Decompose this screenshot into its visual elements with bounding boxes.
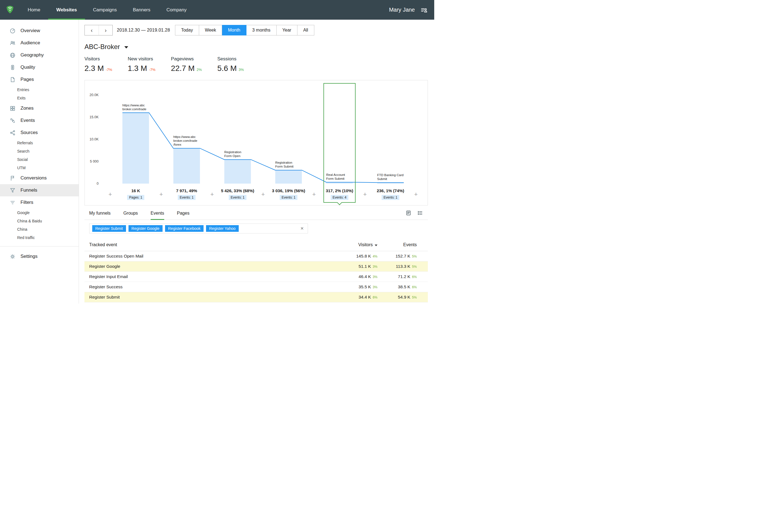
share-icon [10,130,16,136]
sidebar-item-label: Conversions [21,175,47,181]
user-name[interactable]: Mary Jane [389,7,415,13]
metric-label: New visitors [128,56,155,62]
prev-period-button[interactable]: ‹ [85,25,98,35]
funnel-step-badge[interactable]: Events: 1 [381,195,399,200]
metric-pageviews: Pageviews 22.7 M2% [171,56,202,73]
sidebar-item-zones[interactable]: Zones [0,102,79,114]
grid-icon [10,105,16,111]
event-filter-bar[interactable]: Register Submit Register Google Register… [89,223,308,233]
event-name: Register Success [85,284,327,289]
metric-value: 22.7 M [171,64,195,73]
sidebar-item-utm[interactable]: UTM [0,164,79,172]
sidebar-item-sources[interactable]: Sources [0,127,79,139]
tab-pages[interactable]: Pages [177,207,189,220]
funnel-step-badge[interactable]: Events: 1 [280,195,297,200]
list-view-icon[interactable] [417,210,423,217]
funnel-chart-card: 20.0K 15.0K 10.0K 5 000 0 https://www.ab… [85,80,428,206]
add-funnel-step-button[interactable]: + [311,191,317,198]
add-funnel-step-button[interactable]: + [158,191,164,198]
filter-chip[interactable]: Register Submit [92,225,126,232]
add-funnel-step-button[interactable]: + [260,191,266,198]
table-row[interactable]: Register Submit 34.4 K6% 54.9 K5% [85,292,428,302]
funnel-step-value: 5 426, 33% (68%) [212,188,263,193]
nav-item-company[interactable]: Company [158,0,195,20]
report-icon[interactable] [406,210,411,217]
funnel-step-badge[interactable]: Events: 1 [229,195,247,200]
y-axis-tick: 0 [85,182,98,186]
nav-item-campaigns[interactable]: Campaigns [85,0,125,20]
metric-delta: -7% [106,68,112,72]
y-axis-tick: 20.0K [85,93,98,97]
y-axis-tick: 5 000 [85,159,98,163]
sidebar-item-audience[interactable]: Audience [0,37,79,49]
sidebar-item-funnels[interactable]: Funnels [0,184,79,196]
flag-icon [10,175,16,181]
col-visitors[interactable]: Visitors [327,242,378,247]
sidebar-item-label: Audience [21,40,40,46]
sidebar-item-geography[interactable]: Geography [0,49,79,61]
range-buttons: Today Week Month 3 months Year All [175,25,314,35]
sidebar-item-google[interactable]: Google [0,208,79,217]
y-axis-tick: 10.0K [85,137,98,141]
account-menu-icon[interactable] [420,7,427,13]
funnel-step-value: 236, 1% (74%) [365,188,416,193]
add-funnel-step-button[interactable]: + [107,191,113,198]
range-all-button[interactable]: All [297,25,314,35]
sidebar-item-china[interactable]: China [0,225,79,233]
sidebar-item-settings[interactable]: Settings [0,250,79,263]
clear-filters-icon[interactable]: ✕ [299,226,305,231]
sidebar-item-entries[interactable]: Entries [0,86,79,94]
gauge-icon [10,28,16,34]
sidebar-item-referrals[interactable]: Referrals [0,139,79,147]
sidebar-item-label: Overview [21,28,40,33]
filter-chip[interactable]: Register Facebook [165,225,204,232]
filter-chip[interactable]: Register Yahoo [206,225,238,232]
funnel-step-summary: 236, 1% (74%) Events: 1 [365,188,416,200]
metric-value: 2.3 M [85,64,104,73]
add-funnel-step-button[interactable]: + [413,191,419,198]
add-funnel-step-button[interactable]: + [209,191,215,198]
sidebar-item-china-baidu[interactable]: China & Baidu [0,217,79,225]
table-row[interactable]: Register Success Open Mail 145.8 K4% 152… [85,251,428,262]
sidebar-item-events[interactable]: Events [0,114,79,127]
range-week-button[interactable]: Week [199,25,222,35]
sidebar-item-search[interactable]: Search [0,147,79,155]
sidebar-item-exits[interactable]: Exits [0,94,79,102]
funnel-step-badge[interactable]: Pages: 1 [127,195,144,200]
tab-groups[interactable]: Groups [123,207,138,220]
col-events[interactable]: Events [378,242,417,247]
sidebar-item-label: Quality [21,65,35,70]
next-period-button[interactable]: › [98,25,112,35]
add-funnel-step-button[interactable]: + [362,191,368,198]
table-row[interactable]: Register Success 35.5 K3% 38.5 K6% [85,282,428,292]
tab-my-funnels[interactable]: My funnels [89,207,110,220]
sidebar-item-quality[interactable]: Quality [0,61,79,73]
sidebar-item-pages[interactable]: Pages [0,73,79,86]
sidebar-item-conversions[interactable]: Conversions [0,172,79,184]
site-selector[interactable]: ABC-Broker [85,43,428,51]
sidebar-item-red-traffic[interactable]: Red traffic [0,233,79,242]
tracked-events-table: Tracked event Visitors Events Register S… [85,238,428,302]
range-today-button[interactable]: Today [175,25,199,35]
nav-item-home[interactable]: Home [20,0,48,20]
funnel-step-summary: 3 036, 19% (56%) Events: 1 [263,188,314,200]
app-window: Home Websites Campaigns Banners Company … [0,0,434,304]
sidebar-divider [0,246,79,247]
app-logo[interactable] [0,5,20,15]
range-3months-button[interactable]: 3 months [247,25,277,35]
site-dropdown-caret-icon [124,46,128,48]
sidebar-item-overview[interactable]: Overview [0,25,79,37]
table-row[interactable]: Register Google 51.1 K3% 113.3 K5% [85,262,428,272]
table-row[interactable]: Register Input Email 46.4 K3% 71.2 K6% [85,272,428,282]
sidebar-item-filters[interactable]: Filters [0,196,79,208]
range-month-button[interactable]: Month [222,25,246,35]
tab-events[interactable]: Events [151,207,164,220]
range-year-button[interactable]: Year [277,25,297,35]
nav-item-websites[interactable]: Websites [48,0,85,20]
sidebar-item-social[interactable]: Social [0,155,79,164]
nav-item-banners[interactable]: Banners [125,0,158,20]
sidebar: Overview Audience Geography Quality Page… [0,20,79,304]
funnel-step-badge[interactable]: Events: 1 [178,195,196,200]
date-pager: ‹ › [85,25,113,35]
filter-chip[interactable]: Register Google [129,225,162,232]
